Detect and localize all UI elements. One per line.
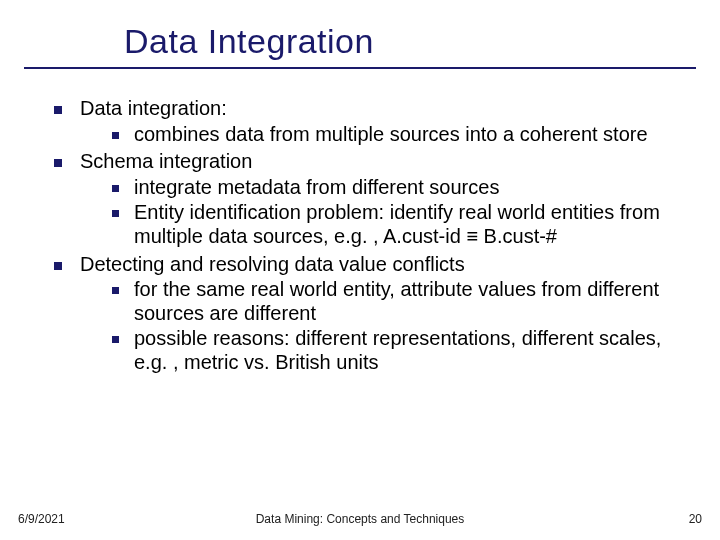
list-item: for the same real world entity, attribut… — [104, 278, 680, 325]
list-item: Data integration: combines data from mul… — [40, 97, 680, 146]
bullet-text: combines data from multiple sources into… — [134, 123, 648, 145]
list-item: Schema integration integrate metadata fr… — [40, 150, 680, 248]
bullet-sublist: integrate metadata from different source… — [80, 176, 680, 249]
list-item: integrate metadata from different source… — [104, 176, 680, 200]
bullet-text: Detecting and resolving data value confl… — [80, 253, 465, 275]
bullet-text: Data integration: — [80, 97, 227, 119]
footer-center: Data Mining: Concepts and Techniques — [0, 512, 720, 526]
list-item: combines data from multiple sources into… — [104, 123, 680, 147]
slide: Data Integration Data integration: combi… — [0, 0, 720, 540]
list-item: Detecting and resolving data value confl… — [40, 253, 680, 375]
bullet-sublist: combines data from multiple sources into… — [80, 123, 680, 147]
list-item: possible reasons: different representati… — [104, 327, 680, 374]
bullet-list: Data integration: combines data from mul… — [40, 97, 680, 375]
bullet-text: integrate metadata from different source… — [134, 176, 499, 198]
bullet-text: for the same real world entity, attribut… — [134, 278, 659, 324]
bullet-sublist: for the same real world entity, attribut… — [80, 278, 680, 374]
bullet-text: Schema integration — [80, 150, 252, 172]
bullet-text: possible reasons: different representati… — [134, 327, 661, 373]
slide-body: Data integration: combines data from mul… — [0, 69, 720, 375]
footer-page-number: 20 — [689, 512, 702, 526]
slide-title: Data Integration — [0, 0, 720, 67]
bullet-text: Entity identification problem: identify … — [134, 201, 660, 247]
list-item: Entity identification problem: identify … — [104, 201, 680, 248]
